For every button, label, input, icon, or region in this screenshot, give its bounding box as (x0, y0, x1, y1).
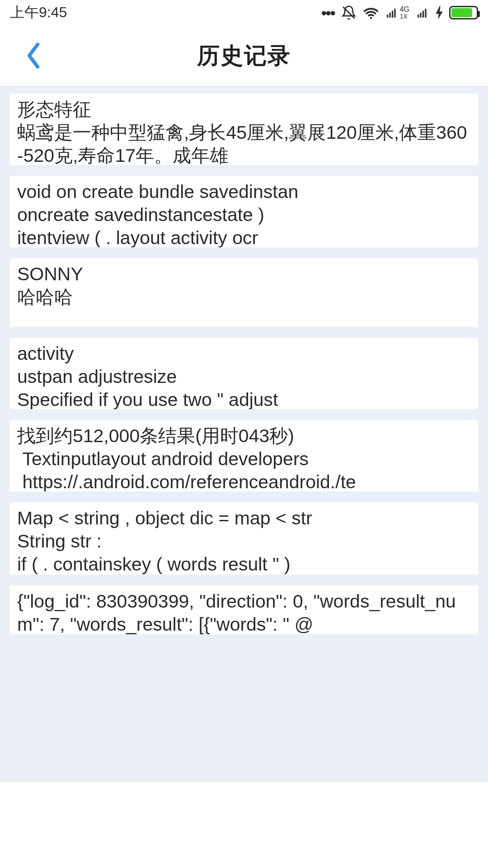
battery-icon (449, 6, 478, 19)
svg-rect-2 (389, 13, 390, 18)
bottom-blank-area (0, 782, 488, 868)
history-item[interactable]: {"log_id": 830390399, "direction": 0, "w… (10, 585, 478, 634)
svg-rect-5 (418, 14, 419, 18)
history-list[interactable]: 形态特征 蜗鸢是一种中型猛禽,身长45厘米,翼展120厘米,体重360-520克… (0, 86, 488, 868)
svg-rect-1 (387, 14, 388, 18)
history-item[interactable]: activity ustpan adjustresize Specified i… (10, 338, 478, 409)
history-item-text: 找到约512,000条结果(用时043秒) Textinputlayout an… (17, 425, 471, 491)
history-item[interactable]: void on create bundle savedinstan oncrea… (10, 176, 478, 247)
charging-bolt-icon (436, 6, 443, 19)
status-time: 上午9:45 (10, 3, 67, 23)
network-top-label: 4G (400, 6, 409, 13)
signal-bars-icon (416, 7, 429, 19)
svg-rect-4 (394, 9, 395, 18)
svg-rect-7 (422, 11, 424, 18)
svg-rect-3 (392, 11, 393, 18)
history-item[interactable]: Map < string , object dic = map < str St… (10, 502, 478, 575)
history-item[interactable]: SONNY 哈哈哈 呵呵 (10, 258, 478, 327)
page-title: 历史记录 (197, 41, 291, 71)
app-header: 历史记录 (0, 25, 488, 86)
history-item-text: Map < string , object dic = map < str St… (17, 507, 471, 575)
network-labels: 4G 1X (400, 6, 409, 19)
status-time-container: 上午9:45 (10, 3, 67, 23)
history-item-text: 形态特征 蜗鸢是一种中型猛禽,身长45厘米,翼展120厘米,体重360-520克… (17, 98, 471, 165)
chevron-left-icon (24, 42, 42, 70)
network-bottom-label: 1X (400, 13, 408, 19)
svg-rect-6 (420, 13, 422, 18)
signal-combo-icon: 4G 1X (385, 6, 409, 19)
wifi-icon (363, 5, 379, 21)
status-icons: ••• (321, 4, 478, 22)
mute-bell-icon (341, 5, 357, 20)
status-bar: 上午9:45 ••• (0, 0, 488, 25)
history-item-text: {"log_id": 830390399, "direction": 0, "w… (17, 590, 471, 634)
history-item[interactable]: 找到约512,000条结果(用时043秒) Textinputlayout an… (10, 420, 478, 491)
svg-rect-8 (425, 9, 426, 18)
history-item-text: void on create bundle savedinstan oncrea… (17, 180, 471, 247)
history-item[interactable]: 形态特征 蜗鸢是一种中型猛禽,身长45厘米,翼展120厘米,体重360-520克… (10, 94, 478, 165)
battery-fill (451, 8, 472, 17)
more-dots-icon: ••• (321, 4, 335, 22)
history-item-text: SONNY 哈哈哈 呵呵 (17, 263, 471, 327)
history-item-text: activity ustpan adjustresize Specified i… (17, 342, 471, 409)
back-button[interactable] (20, 42, 47, 69)
